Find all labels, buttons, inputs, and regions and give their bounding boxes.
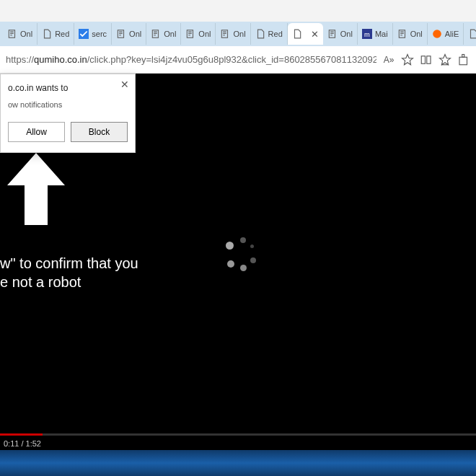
allow-button[interactable]: Allow <box>8 122 65 142</box>
tab-label: Onl <box>129 30 141 38</box>
read-aloud-button[interactable]: A» <box>382 53 395 66</box>
favorite-button[interactable] <box>401 53 414 66</box>
tab-label: Red <box>268 30 283 38</box>
video-time-display: 0:11 / 1:52 <box>4 439 41 448</box>
svg-rect-13 <box>459 57 467 65</box>
tab-item[interactable]: mMai <box>358 23 393 45</box>
close-icon[interactable]: ✕ <box>120 79 129 90</box>
prompt-origin-text: o.co.in wants to <box>8 83 128 93</box>
tab-item[interactable]: Onl <box>393 23 428 45</box>
url-host: qumiho.co.in <box>34 54 87 65</box>
favorites-bar-button[interactable] <box>438 53 451 66</box>
block-button[interactable]: Block <box>71 122 128 142</box>
tab-label: Onl <box>164 30 176 38</box>
tab-label: Mai <box>375 30 388 38</box>
tab-item[interactable]: Onl <box>181 23 216 45</box>
tab-label: Onl <box>20 30 32 38</box>
arrow-up-icon <box>7 153 65 228</box>
tab-item[interactable]: Onl <box>323 23 358 45</box>
page-icon <box>327 29 338 39</box>
page-icon <box>7 29 17 39</box>
tab-item[interactable]: Onl <box>112 23 146 45</box>
notification-permission-prompt: ✕ o.co.in wants to ow notifications Allo… <box>0 74 136 153</box>
tab-label: Red <box>55 30 69 38</box>
mail-icon: m <box>362 29 372 39</box>
extensions-button[interactable] <box>457 53 470 66</box>
tab-label: Onl <box>198 30 211 38</box>
svg-rect-12 <box>427 56 431 63</box>
tab-item[interactable]: Onl <box>3 23 38 45</box>
page-content: ✕ o.co.in wants to ow notifications Allo… <box>0 74 476 450</box>
prompt-detail-text: ow notifications <box>8 100 128 109</box>
instruction-line1: w" to confirm that you <box>0 254 138 273</box>
tab-label: Onl <box>410 30 423 38</box>
scam-instruction-text: w" to confirm that you e not a robot <box>0 254 138 291</box>
tab-item[interactable]: serc <box>74 23 112 45</box>
tab-active[interactable]: ✕ <box>288 23 323 45</box>
tab-label: AliE <box>445 30 459 38</box>
tab-label: Onl <box>340 30 353 38</box>
file-icon <box>255 29 265 39</box>
tab-item[interactable]: Red <box>38 23 74 45</box>
loading-spinner-icon <box>220 236 256 272</box>
svg-rect-11 <box>421 56 425 63</box>
page-icon <box>185 29 195 39</box>
cart-icon <box>432 29 442 39</box>
tab-strip: Onl Red serc Onl Onl Onl Onl Red ✕ Onl m… <box>0 22 476 46</box>
file-icon <box>292 29 302 39</box>
tab-label: Onl <box>233 30 245 38</box>
instruction-line2: e not a robot <box>0 273 138 291</box>
windows-taskbar[interactable] <box>0 450 476 476</box>
svg-point-10 <box>433 30 441 38</box>
tab-item[interactable]: Onl <box>146 23 181 45</box>
collections-button[interactable] <box>420 53 433 66</box>
site-icon <box>79 29 89 39</box>
tab-item[interactable]: lou <box>464 23 476 45</box>
url-prefix: https:// <box>6 54 34 65</box>
page-icon <box>116 29 126 39</box>
svg-text:m: m <box>364 31 370 38</box>
tab-item[interactable]: AliE <box>428 23 464 45</box>
url-path: /click.php?key=lsi4jz4vu05g6u8pl932&clic… <box>87 54 376 65</box>
address-bar: https://qumiho.co.in/click.php?key=lsi4j… <box>0 46 476 74</box>
tab-label: serc <box>92 30 107 38</box>
video-progress-fill <box>0 433 43 436</box>
tab-item[interactable]: Onl <box>216 23 250 45</box>
file-icon <box>468 29 476 39</box>
page-icon <box>151 29 161 39</box>
close-tab-icon[interactable]: ✕ <box>311 29 319 40</box>
page-icon <box>397 29 407 39</box>
prompt-buttons: Allow Block <box>8 122 128 142</box>
video-progress-bar[interactable] <box>0 433 476 436</box>
page-icon <box>220 29 230 39</box>
svg-rect-14 <box>462 54 464 57</box>
tab-item[interactable]: Red <box>251 23 288 45</box>
url-input[interactable]: https://qumiho.co.in/click.php?key=lsi4j… <box>6 54 376 65</box>
file-icon <box>42 29 52 39</box>
browser-chrome: Onl Red serc Onl Onl Onl Onl Red ✕ Onl m… <box>0 0 476 74</box>
